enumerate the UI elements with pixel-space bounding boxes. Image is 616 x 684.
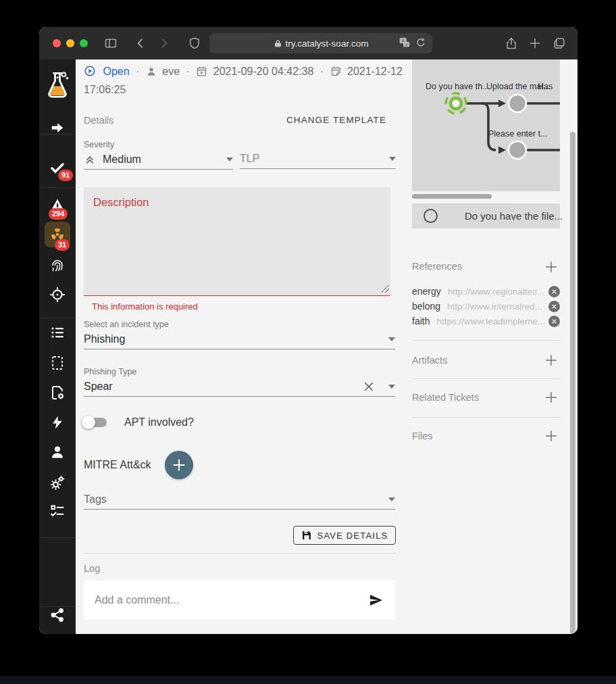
mitre-row: MITRE Att&ck — [84, 451, 193, 479]
comment-input[interactable] — [84, 594, 368, 606]
add-artifact-button[interactable] — [544, 353, 559, 368]
reference-url[interactable]: http://www.internalred... — [447, 301, 548, 312]
playbook-branch-label: Please enter t... — [488, 129, 548, 139]
clear-icon[interactable] — [363, 381, 375, 393]
chevron-down-icon[interactable] — [389, 157, 396, 161]
sidebar-item-share-icon[interactable] — [39, 607, 76, 623]
incident-type-select[interactable]: Select an incident type Phishing — [84, 320, 395, 349]
privacy-shield-icon[interactable] — [188, 36, 201, 50]
add-reference-button[interactable] — [544, 260, 559, 274]
graph-horizontal-scrollbar[interactable] — [412, 194, 492, 199]
remove-reference-icon[interactable] — [548, 316, 560, 327]
sidebar-item-tasks-checklist-icon[interactable] — [39, 503, 76, 519]
task-node[interactable] — [509, 141, 526, 159]
incident-type-value: Phishing — [84, 333, 384, 345]
sidebar-item-crosshair-icon[interactable] — [39, 287, 76, 303]
references-section-title: References — [412, 261, 462, 272]
address-bar[interactable]: try.catalyst-soar.com Ax — [209, 33, 432, 53]
svg-text:x: x — [405, 43, 407, 47]
phishing-type-label: Phishing Type — [84, 367, 395, 376]
created-calendar-icon — [196, 66, 207, 82]
browser-window: try.catalyst-soar.com Ax — [39, 27, 578, 634]
chevron-down-icon[interactable] — [226, 157, 233, 162]
status-badge[interactable]: Open — [103, 66, 129, 77]
tab-overview-icon[interactable] — [553, 36, 566, 50]
sidebar-item-template-dashed-doc-icon[interactable] — [39, 355, 76, 371]
panel-divider — [412, 378, 560, 379]
sidebar-divider — [39, 537, 76, 538]
description-textarea[interactable] — [84, 187, 390, 296]
reference-row: faith https://www.leadimpleme... — [412, 314, 560, 328]
task-node[interactable] — [509, 95, 526, 112]
chevron-down-icon[interactable] — [388, 497, 395, 502]
phishing-type-value: Spear — [84, 381, 363, 393]
apt-toggle-row: APT involved? — [84, 412, 194, 433]
severity-select[interactable]: Severity Medium — [84, 140, 233, 170]
reference-name: faith — [412, 316, 430, 326]
sidebar-item-tickets-check-icon[interactable]: 91 — [39, 160, 76, 176]
new-tab-icon[interactable] — [528, 36, 542, 50]
chevron-down-icon[interactable] — [388, 385, 395, 389]
comment-box — [84, 581, 395, 620]
save-details-button[interactable]: SAVE DETAILS — [293, 526, 396, 545]
send-comment-icon[interactable] — [368, 592, 384, 608]
panel-divider — [412, 417, 560, 418]
chevron-down-icon[interactable] — [388, 337, 395, 341]
app-sidebar: 91 294 31 — [39, 59, 76, 634]
desktop-edge — [0, 676, 616, 684]
remove-reference-icon[interactable] — [548, 301, 560, 312]
panel-divider — [412, 340, 560, 341]
reference-name: energy — [412, 286, 441, 297]
sidebar-item-settings-gears-icon[interactable] — [39, 474, 76, 491]
reference-url[interactable]: https://www.leadimpleme... — [436, 316, 548, 326]
log-section-title: Log — [84, 563, 100, 574]
task-status-circle[interactable] — [424, 209, 438, 223]
sidebar-item-incidents-radiation-icon[interactable]: 31 — [39, 222, 76, 247]
description-error-text: This information is required — [92, 301, 198, 312]
share-page-icon[interactable] — [505, 36, 518, 50]
save-floppy-icon — [301, 530, 312, 541]
toggle-sidebar-icon[interactable] — [104, 36, 118, 50]
playbook-task-item[interactable]: Do you have the file... — [412, 203, 560, 228]
forward-button-icon[interactable] — [157, 36, 171, 50]
translate-icon[interactable]: Ax — [399, 36, 411, 49]
close-window-button[interactable] — [53, 39, 61, 47]
created-datetime: 2021-09-20 04:42:38 — [213, 66, 314, 77]
owner-name: eve — [162, 66, 180, 77]
app-logo-flask-icon[interactable] — [39, 72, 76, 100]
resize-handle[interactable] — [382, 285, 389, 293]
tags-select[interactable]: Tags — [84, 490, 395, 510]
tlp-select[interactable]: TLP — [240, 149, 396, 169]
add-mitre-button[interactable] — [165, 451, 193, 479]
start-node[interactable] — [442, 90, 469, 117]
sidebar-item-fingerprint-icon[interactable] — [39, 257, 76, 273]
minimize-window-button[interactable] — [66, 39, 74, 47]
toggle-knob[interactable] — [82, 416, 95, 429]
reference-url[interactable]: http://www.regionaltec... — [448, 287, 548, 297]
alerts-count-badge: 294 — [49, 208, 68, 220]
playbook-graph[interactable]: Do you have th... Upload the mal... Has … — [412, 59, 560, 191]
files-section-title: Files — [412, 431, 433, 441]
sidebar-item-automation-bolt-icon[interactable] — [39, 414, 76, 431]
back-button-icon[interactable] — [134, 36, 147, 50]
related-tickets-section-title: Related Tickets — [412, 392, 479, 403]
reload-icon[interactable] — [415, 36, 427, 49]
vertical-scrollbar[interactable] — [570, 132, 575, 634]
tags-placeholder: Tags — [84, 493, 384, 506]
tlp-placeholder: TLP — [240, 153, 385, 165]
sidebar-item-alerts-warning-icon[interactable]: 294 — [39, 198, 76, 213]
add-file-button[interactable] — [544, 429, 559, 443]
phishing-type-select[interactable]: Phishing Type Spear — [84, 367, 395, 397]
sidebar-item-users-person-icon[interactable] — [39, 444, 76, 460]
sidebar-item-arrow-icon[interactable] — [39, 120, 76, 135]
details-section-title: Details — [84, 115, 113, 126]
remove-reference-icon[interactable] — [548, 286, 560, 297]
apt-toggle[interactable] — [84, 418, 107, 427]
add-related-ticket-button[interactable] — [544, 390, 559, 405]
fullscreen-window-button[interactable] — [80, 39, 88, 47]
reference-row: energy http://www.regionaltec... — [412, 284, 560, 299]
sidebar-item-doc-gear-icon[interactable] — [39, 385, 76, 401]
change-template-button[interactable]: CHANGE TEMPLATE — [286, 115, 386, 125]
sidebar-item-list-icon[interactable] — [39, 324, 76, 341]
sidebar-divider — [39, 318, 76, 318]
